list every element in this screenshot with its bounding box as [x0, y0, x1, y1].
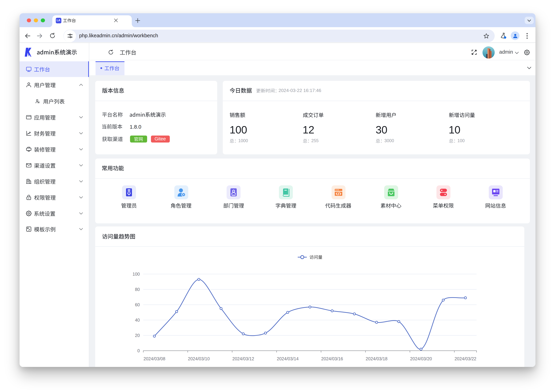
- svg-text:2024/03/16: 2024/03/16: [321, 356, 343, 361]
- svg-text:100: 100: [132, 272, 140, 276]
- svg-text:2024/03/22: 2024/03/22: [455, 356, 476, 361]
- svg-text:2024/03/14: 2024/03/14: [277, 356, 299, 361]
- svg-text:2024/03/12: 2024/03/12: [232, 356, 254, 361]
- svg-text:20: 20: [135, 333, 140, 338]
- svg-text:2024/03/20: 2024/03/20: [410, 356, 432, 361]
- svg-text:60: 60: [135, 302, 140, 307]
- svg-text:2024/03/08: 2024/03/08: [143, 356, 165, 361]
- svg-text:0: 0: [137, 348, 140, 353]
- svg-text:80: 80: [135, 287, 140, 292]
- svg-text:2024/03/10: 2024/03/10: [188, 356, 210, 361]
- svg-text:40: 40: [135, 318, 140, 322]
- svg-text:2024/03/18: 2024/03/18: [366, 356, 387, 361]
